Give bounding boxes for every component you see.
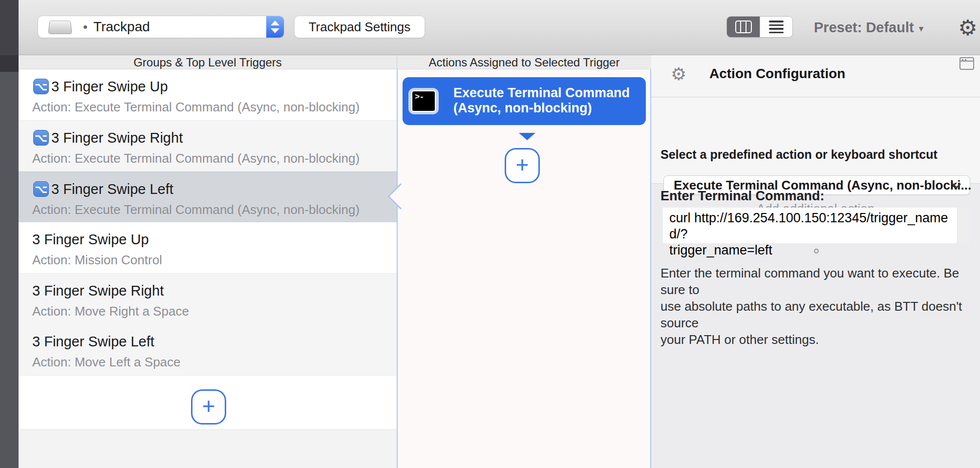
- plus-icon: +: [516, 151, 529, 178]
- device-picker-value: Trackpad: [93, 19, 150, 35]
- add-trigger-row: +: [19, 376, 397, 429]
- gesture-icon: ⌥: [33, 130, 49, 146]
- trigger-row[interactable]: 3 Finger Swipe Up Action: Mission Contro…: [19, 222, 397, 274]
- trigger-action-subtitle: Action: Execute Terminal Command (Async,…: [32, 151, 360, 166]
- card-pointer-notch: [519, 133, 535, 140]
- trigger-title: 3 Finger Swipe Up: [51, 79, 168, 95]
- preset-caret-icon: ▾: [919, 21, 924, 34]
- actions-column-header: Actions Assigned to Selected Trigger: [397, 55, 651, 69]
- trigger-row[interactable]: ⌥ 3 Finger Swipe Up Action: Execute Term…: [19, 69, 397, 121]
- trigger-title: 3 Finger Swipe Left: [32, 334, 154, 350]
- config-panel-title: Action Configuration: [709, 66, 845, 82]
- add-action-button[interactable]: +: [505, 148, 540, 183]
- assigned-action-title: Execute Terminal Command (Async, non-blo…: [453, 85, 630, 116]
- field-scrollbar-gutter[interactable]: [957, 208, 970, 243]
- trigger-row[interactable]: 3 Finger Swipe Right Action: Move Right …: [19, 274, 397, 325]
- device-status-bullet: •: [83, 20, 87, 35]
- column-headers-bar: Groups & Top Level Triggers Actions Assi…: [19, 55, 651, 69]
- settings-gear-button[interactable]: ⚙: [955, 0, 980, 55]
- gesture-icon: ⌥: [33, 181, 49, 197]
- list-view-button[interactable]: [760, 17, 792, 37]
- trigger-action-subtitle: Action: Mission Control: [32, 253, 162, 268]
- terminal-app-icon: >-: [408, 88, 439, 114]
- list-view-icon: [769, 21, 784, 33]
- trigger-title: 3 Finger Swipe Left: [51, 181, 173, 197]
- trigger-title: 3 Finger Swipe Up: [32, 232, 149, 248]
- trigger-action-subtitle: Action: Move Left a Space: [32, 355, 181, 370]
- trigger-row[interactable]: 3 Finger Swipe Left Action: Move Left a …: [19, 324, 397, 376]
- config-gear-icon: ⚙: [671, 64, 686, 85]
- triggers-list: ⌥ 3 Finger Swipe Up Action: Execute Term…: [19, 69, 397, 468]
- command-helper-text: Enter the terminal command you want to e…: [660, 265, 980, 348]
- action-select-section: Select a predefined action or keyboard s…: [651, 98, 980, 184]
- device-picker-stepper[interactable]: [266, 16, 284, 38]
- view-toggle-segmented-control: [726, 16, 793, 38]
- columns-view-icon: [735, 21, 752, 33]
- trigger-action-subtitle: Action: Move Right a Space: [32, 304, 189, 319]
- trigger-title: 3 Finger Swipe Right: [51, 130, 183, 146]
- select-action-label: Select a predefined action or keyboard s…: [660, 148, 937, 162]
- bettertouchtool-window: • Trackpad Trackpad Settings Preset: Def…: [0, 0, 980, 468]
- config-header-section: ⚙ Action Configuration: [651, 55, 980, 97]
- sidebar-strip[interactable]: [0, 72, 19, 468]
- terminal-command-input[interactable]: curl http://169.254.100.150:12345/trigge…: [663, 208, 970, 243]
- action-configuration-panel: ⚙ Action Configuration Select a predefin…: [651, 55, 980, 468]
- add-trigger-button[interactable]: +: [191, 389, 226, 425]
- trigger-title: 3 Finger Swipe Right: [32, 283, 164, 299]
- gear-icon: ⚙: [958, 15, 977, 40]
- device-picker-dropdown[interactable]: • Trackpad: [38, 16, 284, 38]
- trigger-row[interactable]: ⌥ 3 Finger Swipe Right Action: Execute T…: [19, 121, 397, 172]
- trigger-action-subtitle: Action: Execute Terminal Command (Async,…: [32, 202, 360, 217]
- window-toggle-icon[interactable]: [959, 57, 974, 70]
- chevron-up-icon: [271, 21, 279, 25]
- field-resize-handle[interactable]: [814, 249, 819, 254]
- assigned-action-card[interactable]: >- Execute Terminal Command (Async, non-…: [403, 77, 646, 125]
- trackpad-icon: [48, 21, 72, 34]
- sidebar-strip-header: [0, 55, 19, 72]
- terminal-command-value: curl http://169.254.100.150:12345/trigge…: [669, 210, 954, 258]
- gesture-icon: ⌥: [33, 79, 49, 94]
- plus-icon: +: [202, 393, 215, 419]
- preset-label: Preset: Default: [814, 20, 914, 36]
- assigned-actions-panel: >- Execute Terminal Command (Async, non-…: [397, 69, 651, 468]
- sidebar-strip-top: [0, 0, 19, 55]
- columns-view-button[interactable]: [727, 17, 760, 37]
- preset-selector[interactable]: Preset: Default ▾: [814, 0, 923, 55]
- toolbar: • Trackpad Trackpad Settings Preset: Def…: [19, 0, 980, 55]
- trackpad-settings-button[interactable]: Trackpad Settings: [294, 16, 425, 38]
- triggers-list-footer: [19, 429, 397, 468]
- trigger-action-subtitle: Action: Execute Terminal Command (Async,…: [32, 100, 360, 115]
- chevron-down-icon: [271, 28, 279, 33]
- groups-column-header: Groups & Top Level Triggers: [19, 55, 397, 69]
- terminal-command-label: Enter Terminal Command:: [660, 189, 825, 204]
- trigger-row-selected[interactable]: ⌥ 3 Finger Swipe Left Action: Execute Te…: [19, 171, 397, 223]
